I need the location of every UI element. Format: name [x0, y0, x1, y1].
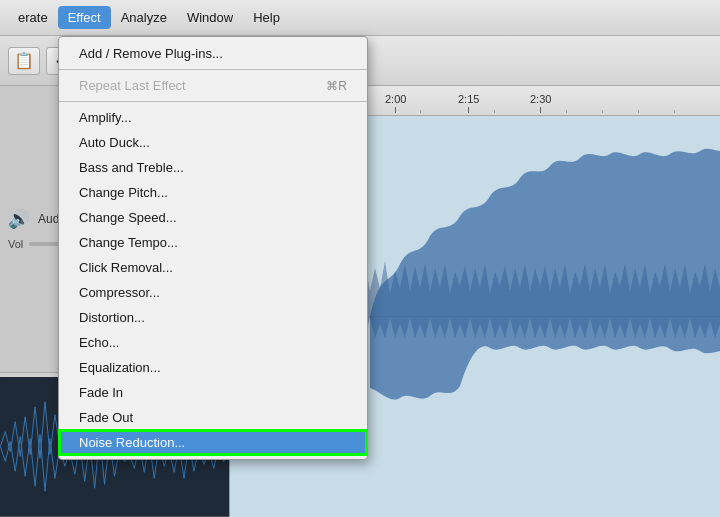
- menu-item-fade-out[interactable]: Fade Out: [59, 405, 367, 430]
- toolbar-btn-copy[interactable]: 📋: [8, 47, 40, 75]
- menu-item-change-speed[interactable]: Change Speed...: [59, 205, 367, 230]
- ruler-mark-215: 2:15: [458, 93, 479, 105]
- menu-item-change-tempo[interactable]: Change Tempo...: [59, 230, 367, 255]
- effect-dropdown-menu: Add / Remove Plug-ins... Repeat Last Eff…: [58, 36, 368, 460]
- menu-item-repeat-last-effect: Repeat Last Effect ⌘R: [59, 73, 367, 98]
- ruler-mark-230: 2:30: [530, 93, 551, 105]
- menubar-item-help[interactable]: Help: [243, 6, 290, 29]
- menu-item-noise-reduction[interactable]: Noise Reduction...: [59, 430, 367, 455]
- menubar: erate Effect Analyze Window Help: [0, 0, 720, 36]
- menubar-item-erate[interactable]: erate: [8, 6, 58, 29]
- menu-item-distortion[interactable]: Distortion...: [59, 305, 367, 330]
- menu-item-echo[interactable]: Echo...: [59, 330, 367, 355]
- speaker-icon: 🔊: [8, 208, 30, 230]
- menu-item-fade-in[interactable]: Fade In: [59, 380, 367, 405]
- menu-item-change-pitch[interactable]: Change Pitch...: [59, 180, 367, 205]
- menu-item-bass-treble[interactable]: Bass and Treble...: [59, 155, 367, 180]
- ruler-mark-200: 2:00: [385, 93, 406, 105]
- menu-item-click-removal[interactable]: Click Removal...: [59, 255, 367, 280]
- menu-separator-2: [59, 101, 367, 102]
- menubar-item-analyze[interactable]: Analyze: [111, 6, 177, 29]
- menu-item-auto-duck[interactable]: Auto Duck...: [59, 130, 367, 155]
- volume-label: Vol: [8, 238, 23, 250]
- menu-separator-1: [59, 69, 367, 70]
- menu-item-equalization[interactable]: Equalization...: [59, 355, 367, 380]
- menubar-item-window[interactable]: Window: [177, 6, 243, 29]
- menubar-item-effect[interactable]: Effect: [58, 6, 111, 29]
- menu-shortcut-repeat: ⌘R: [326, 79, 347, 93]
- menu-item-compressor[interactable]: Compressor...: [59, 280, 367, 305]
- menu-item-amplify[interactable]: Amplify...: [59, 105, 367, 130]
- menu-item-add-remove-plugins[interactable]: Add / Remove Plug-ins...: [59, 41, 367, 66]
